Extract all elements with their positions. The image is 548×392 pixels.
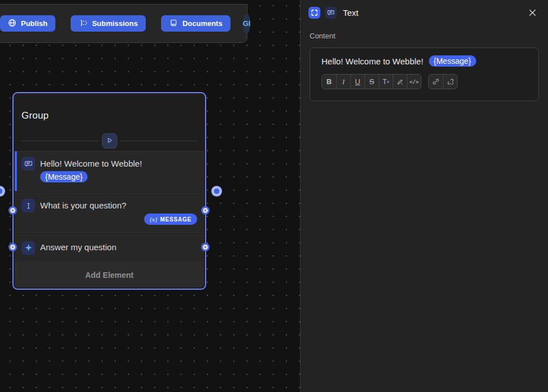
form-input-icon (79, 19, 88, 29)
app-window: Publish Submissions Docu (0, 0, 548, 392)
element-ai-answer[interactable]: Answer my question (15, 234, 204, 261)
group-title: Group (21, 110, 49, 121)
publish-button[interactable]: Publish (0, 15, 55, 32)
element-text: What is your question? (40, 199, 127, 211)
link-button-group (428, 74, 458, 89)
editor-text-line[interactable]: Hello! Welcome to Webble! {Message} (321, 55, 527, 67)
strikethrough-button[interactable]: S (364, 75, 379, 89)
documents-button[interactable]: Documents (161, 15, 230, 32)
publish-label: Publish (21, 19, 47, 28)
input-connection-point[interactable] (8, 243, 17, 251)
settings-panel: Text Content Hello! Welcome to Webble! {… (300, 0, 548, 392)
unlink-button[interactable] (443, 75, 457, 89)
text-editor[interactable]: Hello! Welcome to Webble! {Message} B I … (310, 47, 539, 101)
output-connection-point[interactable] (201, 243, 210, 251)
focus-viewfinder-icon[interactable] (308, 7, 320, 19)
editor-text: Hello! Welcome to Webble! (321, 56, 423, 66)
play-preview-button[interactable] (102, 133, 117, 149)
close-panel-button[interactable] (525, 6, 539, 19)
code-button[interactable]: </> (407, 75, 421, 89)
add-element-button[interactable]: Add Element (15, 262, 204, 288)
underline-button[interactable]: U (350, 75, 364, 89)
flow-canvas[interactable]: Publish Submissions Docu (0, 0, 300, 392)
text-bubble-type-icon (325, 7, 337, 19)
avatar-initials: GI (243, 19, 251, 28)
connection-endpoint-dot[interactable] (211, 186, 222, 197)
ai-sparkle-icon (21, 241, 35, 255)
content-label: Content (301, 32, 548, 40)
clear-format-button[interactable]: Tx (379, 75, 393, 89)
documents-label: Documents (182, 19, 223, 28)
element-text-input[interactable]: What is your question? {x} MESSAGE (15, 193, 204, 233)
element-text: Answer my question (40, 242, 116, 253)
highlight-pen-button[interactable] (393, 75, 407, 89)
element-text-bubble[interactable]: Hello! Welcome to Webble! {Message} (15, 151, 204, 191)
format-toolbar: B I U S Tx </> (321, 74, 527, 89)
submissions-button[interactable]: Submissions (71, 15, 146, 32)
element-text: Hello! Welcome to Webble! {Message} (40, 157, 142, 183)
format-button-group: B I U S Tx </> (321, 74, 421, 89)
output-connection-point[interactable] (201, 206, 210, 215)
panel-title: Text (343, 8, 359, 18)
submissions-label: Submissions (92, 19, 138, 28)
panel-header: Text (301, 0, 548, 19)
variable-pill[interactable]: {Message} (40, 171, 88, 182)
chat-bubble-icon (21, 157, 35, 171)
bold-button[interactable]: B (322, 75, 336, 89)
top-toolbar: Publish Submissions Docu (0, 4, 247, 43)
variable-pill[interactable]: {Message} (429, 55, 476, 67)
group-node[interactable]: Group (12, 92, 206, 290)
link-button[interactable] (429, 75, 443, 89)
group-elements: Hello! Welcome to Webble! {Message} (15, 150, 204, 288)
input-connection-point[interactable] (8, 206, 17, 215)
play-icon (106, 136, 113, 146)
variable-badge[interactable]: {x} MESSAGE (144, 214, 197, 225)
user-avatar[interactable]: GI (243, 14, 251, 34)
text-input-icon (21, 199, 35, 212)
globe-icon (8, 19, 16, 29)
connection-endpoint-dot[interactable] (0, 186, 5, 197)
documents-icon (169, 19, 178, 29)
italic-button[interactable]: I (336, 75, 350, 89)
